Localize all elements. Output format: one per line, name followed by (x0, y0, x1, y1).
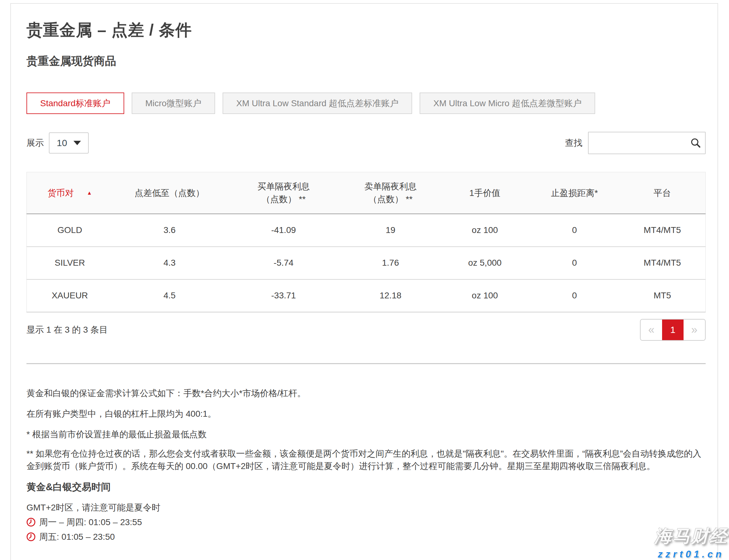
search-box (588, 132, 706, 154)
page-size-select[interactable]: 10 (49, 132, 89, 154)
cell-platform: MT5 (619, 279, 705, 312)
tab-micro-account[interactable]: Micro微型账户 (132, 93, 215, 114)
trading-hours-heading: 黄金&白银交易时间 (26, 481, 706, 494)
watermark-domain: zzrt01.cn (654, 549, 728, 560)
cell-platform: MT4/MT5 (619, 247, 705, 279)
table-row-gold: GOLD 3.6 -41.09 19 oz 100 0 MT4/MT5 (27, 214, 706, 247)
section-divider (26, 363, 706, 364)
cell-lot-value: oz 100 (440, 279, 530, 312)
table-summary: 显示 1 在 3 的 3 条目 (26, 324, 108, 336)
column-header-lot-value[interactable]: 1手价值 (440, 172, 530, 214)
table-header-row: 货币对▲ 点差低至（点数） 买单隔夜利息（点数） ** 卖单隔夜利息（点数） *… (27, 172, 706, 214)
hours-text: 周一 – 周四: 01:05 – 23:55 (39, 516, 142, 528)
cell-symbol: XAUEUR (27, 279, 113, 312)
table-row-xaueur: XAUEUR 4.5 -33.71 12.18 oz 100 0 MT5 (27, 279, 706, 312)
cell-lot-value: oz 100 (440, 214, 530, 247)
trading-hours-weekdays: 周一 – 周四: 01:05 – 23:55 (26, 516, 706, 528)
dropdown-arrow-icon (73, 141, 81, 145)
page-size-value: 10 (57, 138, 67, 148)
cell-symbol: GOLD (27, 214, 113, 247)
note-margin-formula: 黄金和白银的保证金需求计算公式如下：手数*合约大小*市场价格/杠杆。 (26, 387, 706, 400)
footnotes: 黄金和白银的保证金需求计算公式如下：手数*合约大小*市场价格/杠杆。 在所有账户… (26, 387, 706, 472)
timezone-note: GMT+2时区，请注意可能是夏令时 (26, 502, 706, 514)
cell-swap-long: -41.09 (226, 214, 341, 247)
cell-swap-short: 12.18 (341, 279, 440, 312)
cell-stop-level: 0 (530, 247, 619, 279)
page-title: 贵重金属 – 点差 / 条件 (26, 19, 706, 41)
pagination-next-button[interactable]: » (684, 320, 705, 340)
main-panel: 贵重金属 – 点差 / 条件 贵重金属现货商品 Standard标准账户 Mic… (10, 3, 718, 560)
note-swap-explanation: ** 如果您有仓位持仓过夜的话，那么您会支付或者获取一些金额，该金额便是两个货币… (26, 448, 706, 472)
column-header-spread[interactable]: 点差低至（点数） (113, 172, 226, 214)
tab-ultra-low-micro-account[interactable]: XM Ultra Low Micro 超低点差微型账户 (419, 93, 595, 114)
column-header-swap-long[interactable]: 买单隔夜利息（点数） ** (226, 172, 341, 214)
account-type-tabs: Standard标准账户 Micro微型账户 XM Ultra Low Stan… (26, 93, 706, 114)
column-header-stop-level[interactable]: 止盈损距离* (530, 172, 619, 214)
pagination-prev-button[interactable]: « (641, 320, 662, 340)
trading-hours-friday: 周五: 01:05 – 23:50 (26, 531, 706, 543)
cell-swap-short: 19 (341, 214, 440, 247)
search-icon (690, 137, 701, 149)
column-header-platform[interactable]: 平台 (619, 172, 705, 214)
cell-spread: 4.5 (113, 279, 226, 312)
cell-stop-level: 0 (530, 279, 619, 312)
watermark: 海马财经 zzrt01.cn (654, 524, 728, 560)
page-subtitle: 贵重金属现货商品 (26, 54, 706, 69)
tab-ultra-low-standard-account[interactable]: XM Ultra Low Standard 超低点差标准账户 (223, 93, 412, 114)
cell-stop-level: 0 (530, 214, 619, 247)
watermark-brand: 海马财经 (654, 524, 728, 548)
cell-swap-long: -5.74 (226, 247, 341, 279)
column-header-swap-short[interactable]: 卖单隔夜利息（点数） ** (341, 172, 440, 214)
sort-asc-icon: ▲ (87, 190, 92, 196)
note-stop-level: * 根据当前市价设置挂单的最低止损盈最低点数 (26, 428, 706, 441)
cell-spread: 4.3 (113, 247, 226, 279)
column-header-symbol[interactable]: 货币对▲ (27, 172, 113, 214)
cell-swap-short: 1.76 (341, 247, 440, 279)
cell-swap-long: -33.71 (226, 279, 341, 312)
tab-standard-account[interactable]: Standard标准账户 (26, 93, 124, 114)
table-controls: 展示 10 查找 (26, 132, 706, 154)
cell-symbol: SILVER (27, 247, 113, 279)
note-silver-leverage: 在所有账户类型中，白银的杠杆上限均为 400:1。 (26, 408, 706, 420)
table-row-silver: SILVER 4.3 -5.74 1.76 oz 5,000 0 MT4/MT5 (27, 247, 706, 279)
hours-text: 周五: 01:05 – 23:50 (39, 531, 115, 543)
pagination: « 1 » (640, 319, 706, 341)
clock-icon (26, 532, 36, 541)
search-label: 查找 (565, 137, 582, 149)
search-input[interactable] (589, 132, 705, 154)
clock-icon (26, 518, 36, 527)
pagination-page-1[interactable]: 1 (662, 320, 684, 340)
cell-lot-value: oz 5,000 (440, 247, 530, 279)
cell-platform: MT4/MT5 (619, 214, 705, 247)
spreads-table: 货币对▲ 点差低至（点数） 买单隔夜利息（点数） ** 卖单隔夜利息（点数） *… (26, 172, 706, 312)
show-label: 展示 (26, 137, 44, 149)
cell-spread: 3.6 (113, 214, 226, 247)
